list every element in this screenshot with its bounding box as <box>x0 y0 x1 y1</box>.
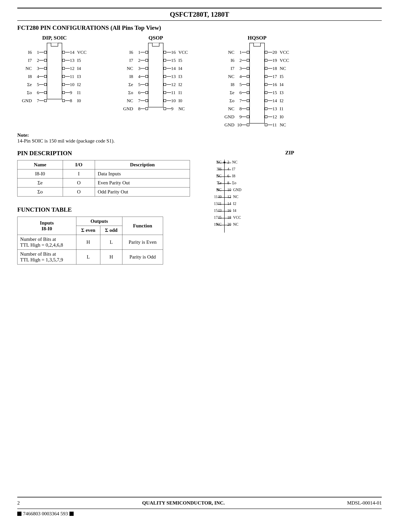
svg-text:I3: I3 <box>218 208 221 213</box>
svg-text:I8: I8 <box>232 174 235 178</box>
svg-text:6: 6 <box>227 174 229 178</box>
page-title: QSFCT280T, 1280T <box>17 10 382 19</box>
svg-text:I4: I4 <box>233 208 236 213</box>
page-wrapper: QSFCT280T, 1280T FCT280 PIN CONFIGURATIO… <box>17 0 382 272</box>
note-label: Note: <box>17 132 29 138</box>
svg-text:NC: NC <box>233 222 239 226</box>
svg-text:11: 11 <box>214 195 218 199</box>
top-rule <box>17 8 382 8</box>
barcode-box-left <box>17 512 21 516</box>
footer-bottom-rule <box>17 509 382 509</box>
footer-doc-num: MDSL-00014-01 <box>347 500 382 506</box>
pin-name: I8-I0 <box>18 169 63 178</box>
footer-company: QUALITY SEMICONDUCTOR, INC. <box>142 500 225 506</box>
svg-text:10: 10 <box>227 188 231 192</box>
pin-desc-col-desc: Description <box>95 160 190 169</box>
hqsop-notch <box>253 43 261 46</box>
func-sigma-even-1: H <box>76 235 100 250</box>
pin-desc-col-name: Name <box>18 160 63 169</box>
pin-io: I <box>63 169 95 178</box>
pin-desc-header-row: Name I/O Description <box>18 160 190 169</box>
func-function-2: Parity is Odd <box>122 250 163 265</box>
svg-point-1 <box>223 162 225 164</box>
qsop-notch <box>152 43 160 46</box>
svg-text:Σo: Σo <box>232 181 236 185</box>
footer: 2 QUALITY SEMICONDUCTOR, INC. MDSL-00014… <box>17 497 382 517</box>
svg-text:13: 13 <box>214 202 218 206</box>
pin-name: Σe <box>18 178 63 187</box>
pin-desc-table: Name I/O Description I8-I0 I Data Inputs… <box>17 160 190 196</box>
footer-top-rule <box>17 497 382 497</box>
note-section: Note: 14-Pin SOIC is 150 mil wide (packa… <box>17 132 382 144</box>
svg-text:20: 20 <box>227 222 231 226</box>
func-sigma-odd-1: L <box>100 235 122 250</box>
table-row: Number of Bits atTTL High = 1,3,5,7,9 L … <box>18 250 163 265</box>
note-text: 14-Pin SOIC is 150 mil wide (package cod… <box>17 138 115 144</box>
hqsop-title: HQSOP <box>248 35 266 41</box>
svg-text:9: 9 <box>217 188 219 192</box>
svg-text:8: 8 <box>227 181 229 185</box>
func-input-1: Number of Bits atTTL High = 0,2,4,6,8 <box>18 235 76 250</box>
hqsop-body <box>249 43 265 123</box>
middle-content: PIN DESCRIPTION Name I/O Description I8-… <box>17 150 382 265</box>
dip-soic-body <box>47 43 62 99</box>
svg-text:18: 18 <box>227 215 231 220</box>
func-col-function: Function <box>122 217 163 235</box>
hqsop-diagram: HQSOP NC 1 I6 2 <box>220 35 294 129</box>
svg-text:4: 4 <box>227 167 229 171</box>
barcode-box-right <box>69 512 74 516</box>
svg-text:12: 12 <box>227 195 231 199</box>
table-row: I8-I0 I Data Inputs <box>18 169 190 178</box>
function-table-heading: FUNCTION TABLE <box>17 206 190 213</box>
qsop-body <box>148 43 163 107</box>
func-function-1: Parity is Even <box>122 235 163 250</box>
svg-text:16: 16 <box>227 208 231 213</box>
func-col-sigma-odd: Σ odd <box>100 226 122 235</box>
func-sigma-even-2: L <box>76 250 100 265</box>
pin-desc-col-io: I/O <box>63 160 95 169</box>
pin-config-heading: FCT280 PIN CONFIGURATIONS (All Pins Top … <box>17 24 382 31</box>
svg-text:5: 5 <box>217 174 219 178</box>
func-header-row-1: InputsI8-I0 Outputs Function <box>18 217 163 226</box>
pin-io: O <box>63 178 95 187</box>
table-row: Number of Bits atTTL High = 0,2,4,6,8 H … <box>18 235 163 250</box>
pin-desc-heading: PIN DESCRIPTION <box>17 150 190 157</box>
left-content: PIN DESCRIPTION Name I/O Description I8-… <box>17 150 190 265</box>
svg-text:14: 14 <box>227 202 231 206</box>
table-row: Σo O Odd Parity Out <box>18 187 190 196</box>
zip-title: ZIP <box>198 150 382 156</box>
footer-main-row: 2 QUALITY SEMICONDUCTOR, INC. MDSL-00014… <box>17 500 382 506</box>
svg-text:I7: I7 <box>232 167 235 171</box>
func-sigma-odd-2: H <box>100 250 122 265</box>
footer-page-num: 2 <box>17 500 20 506</box>
pin-desc: Odd Parity Out <box>95 187 190 196</box>
dip-left-pin-1: I6 1 <box>17 48 47 56</box>
svg-text:NC: NC <box>233 195 239 199</box>
footer-barcode-row: 7466803 0003364 593 <box>17 511 382 517</box>
svg-text:I5: I5 <box>218 215 221 220</box>
svg-text:I1: I1 <box>218 202 221 206</box>
pin-config-section: FCT280 PIN CONFIGURATIONS (All Pins Top … <box>17 24 382 144</box>
svg-text:17: 17 <box>214 215 218 220</box>
svg-text:VCC: VCC <box>233 215 241 220</box>
dip-soic-diagram: DIP, SOIC I6 1 I7 2 <box>17 35 92 105</box>
func-col-outputs: Outputs <box>76 217 122 226</box>
pin-io: O <box>63 187 95 196</box>
svg-text:GND: GND <box>233 188 241 192</box>
svg-text:1: 1 <box>217 160 219 164</box>
svg-text:NC: NC <box>232 160 238 164</box>
title-rule <box>17 20 382 21</box>
dip-notch <box>51 43 58 46</box>
svg-text:15: 15 <box>214 208 218 213</box>
barcode-text: 7466803 0003364 593 <box>23 511 68 517</box>
dip-soic-title: DIP, SOIC <box>42 35 67 41</box>
pin-desc: Even Parity Out <box>95 178 190 187</box>
svg-text:7: 7 <box>217 181 219 185</box>
func-col-inputs: InputsI8-I0 <box>18 217 76 235</box>
svg-text:I6: I6 <box>218 167 221 171</box>
qsop-diagram: QSOP I6 1 I7 2 <box>119 35 193 113</box>
func-col-sigma-even: Σ even <box>76 226 100 235</box>
zip-section: ZIP NC 1 2 NC I6 3 4 I7 <box>198 150 382 265</box>
pin-description-section: PIN DESCRIPTION Name I/O Description I8-… <box>17 150 190 196</box>
svg-text:I0: I0 <box>218 195 221 199</box>
